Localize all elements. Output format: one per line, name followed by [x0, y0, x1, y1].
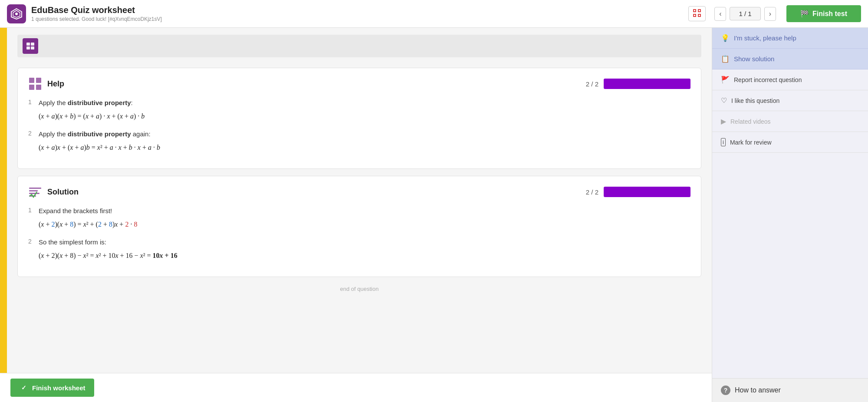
- solution-card-header: Solution 2 / 2: [28, 185, 690, 199]
- svg-rect-4: [698, 10, 700, 12]
- svg-rect-17: [29, 193, 39, 194]
- sol-step-number-2: 2: [28, 237, 39, 261]
- main-layout: Help 2 / 2 1 Apply the distributive prop…: [0, 28, 868, 402]
- help-formula-2: (x + a)x + (x + a)b = x² + a · x + b · x…: [39, 142, 690, 153]
- help-card-header: Help 2 / 2: [28, 77, 690, 91]
- main-content: Help 2 / 2 1 Apply the distributive prop…: [7, 28, 712, 402]
- solution-card: Solution 2 / 2 1 Expand the brackets fir…: [17, 176, 701, 277]
- report-button[interactable]: 🚩 Report incorrect question: [712, 69, 868, 90]
- question-icon: ?: [721, 386, 730, 395]
- svg-rect-8: [31, 43, 34, 46]
- sol-step-number-1: 1: [28, 206, 39, 230]
- help-step-2: 2 Apply the distributive property again:…: [28, 129, 690, 153]
- prev-button[interactable]: ‹: [714, 7, 726, 21]
- review-icon: i: [721, 138, 726, 146]
- svg-rect-11: [29, 78, 34, 83]
- svg-rect-5: [694, 14, 696, 16]
- app-title: EduBase Quiz worksheet: [31, 5, 688, 15]
- finish-test-button[interactable]: 🏁 Finish test: [786, 5, 861, 22]
- flag-icon: 🚩: [721, 76, 730, 84]
- svg-rect-16: [29, 190, 38, 191]
- svg-rect-3: [694, 10, 696, 12]
- help-card: Help 2 / 2 1 Apply the distributive prop…: [17, 68, 701, 169]
- solution-icon: [28, 185, 42, 199]
- svg-rect-9: [26, 46, 30, 49]
- svg-rect-13: [29, 85, 34, 90]
- solution-step-2: 2 So the simplest form is: (x + 2)(x + 8…: [28, 237, 690, 261]
- svg-rect-12: [36, 78, 41, 83]
- help-card-title: Help: [47, 79, 586, 89]
- help-score-bar: [604, 79, 690, 89]
- sidebar-spacer: [712, 153, 868, 378]
- sol-step-2-content: So the simplest form is: (x + 2)(x + 8) …: [39, 237, 690, 261]
- question-type-icon: [23, 38, 38, 54]
- flag-icon: 🏁: [800, 10, 809, 18]
- solution-score-bar: [604, 187, 690, 197]
- header-nav: ‹ 1 / 1 › 🏁 Finish test: [688, 5, 861, 22]
- related-videos-button[interactable]: ▶ Related videos: [712, 111, 868, 132]
- show-solution-button[interactable]: 📋 Show solution: [712, 49, 868, 69]
- step-number: 1: [28, 98, 39, 122]
- solution-list-icon: 📋: [721, 55, 730, 63]
- svg-rect-7: [26, 43, 30, 46]
- sol-step-1-content: Expand the brackets first! (x + 2)(x + 8…: [39, 206, 690, 230]
- solution-step-1: 1 Expand the brackets first! (x + 2)(x +…: [28, 206, 690, 230]
- how-to-answer-button[interactable]: ? How to answer: [712, 378, 868, 402]
- fullscreen-button[interactable]: [688, 6, 706, 21]
- app-subtitle: 1 questions selected. Good luck! [#qXvnq…: [31, 16, 688, 22]
- solution-score: 2 / 2: [586, 188, 598, 196]
- step-2-content: Apply the distributive property again: (…: [39, 129, 690, 153]
- help-formula-1: (x + a)(x + b) = (x + a) · x + (x + a) ·…: [39, 111, 690, 122]
- checkmark-icon: ✓: [19, 383, 29, 392]
- left-progress-bar: [0, 28, 7, 402]
- bottom-bar: ✓ Finish worksheet: [0, 373, 712, 402]
- svg-rect-10: [31, 46, 34, 49]
- help-score: 2 / 2: [586, 80, 598, 88]
- page-indicator: 1 / 1: [730, 7, 760, 20]
- help-icon: [28, 77, 42, 91]
- svg-rect-14: [36, 85, 41, 90]
- solution-formula-1: (x + 2)(x + 8) = x² + (2 + 8)x + 2 · 8: [39, 219, 690, 230]
- question-toolbar: [17, 35, 701, 57]
- svg-rect-15: [29, 188, 41, 189]
- finish-worksheet-button[interactable]: ✓ Finish worksheet: [10, 379, 94, 397]
- like-button[interactable]: ♡ I like this question: [712, 90, 868, 111]
- logo: [7, 4, 26, 23]
- right-sidebar: 💡 I'm stuck, please help 📋 Show solution…: [712, 28, 868, 402]
- stuck-icon: 💡: [721, 34, 730, 42]
- mark-review-button[interactable]: i Mark for review: [712, 132, 868, 153]
- end-of-question: end of question: [17, 286, 701, 301]
- solution-card-title: Solution: [47, 188, 586, 197]
- heart-icon: ♡: [721, 96, 727, 105]
- solution-formula-2: (x + 2)(x + 8) − x² = x² + 10x + 16 − x²…: [39, 250, 690, 261]
- video-icon: ▶: [721, 117, 726, 125]
- step-1-content: Apply the distributive property: (x + a)…: [39, 98, 690, 122]
- svg-rect-6: [698, 14, 700, 16]
- next-button[interactable]: ›: [764, 7, 776, 21]
- stuck-button[interactable]: 💡 I'm stuck, please help: [712, 28, 868, 49]
- help-step-1: 1 Apply the distributive property: (x + …: [28, 98, 690, 122]
- header-title-block: EduBase Quiz worksheet 1 questions selec…: [31, 5, 688, 22]
- svg-point-2: [15, 13, 18, 15]
- header: EduBase Quiz worksheet 1 questions selec…: [0, 0, 868, 28]
- step-number-2: 2: [28, 129, 39, 153]
